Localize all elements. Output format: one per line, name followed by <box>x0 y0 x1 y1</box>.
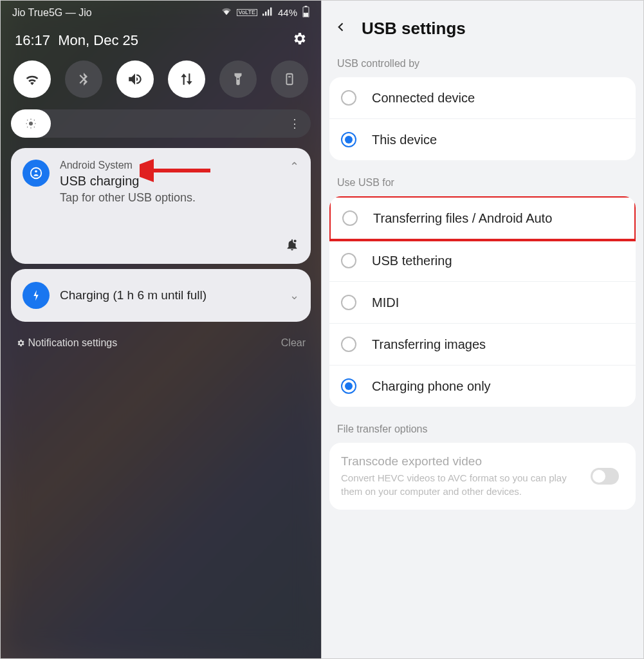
radio-label: Transferring images <box>372 337 624 352</box>
expand-chevron-icon[interactable]: ⌄ <box>290 288 299 302</box>
charging-notification-icon <box>23 282 50 309</box>
radio-icon <box>341 90 356 106</box>
signal-icon <box>262 7 273 18</box>
brightness-handle[interactable] <box>11 109 51 138</box>
notification-settings-link[interactable]: Notification settings <box>16 337 117 349</box>
svg-rect-3 <box>270 8 271 16</box>
notification-charging[interactable]: Charging (1 h 6 m until full) ⌄ <box>11 269 311 322</box>
brightness-menu-icon[interactable]: ⋮ <box>289 116 300 131</box>
radio-this-device[interactable]: This device <box>329 119 636 160</box>
svg-rect-2 <box>268 10 269 16</box>
settings-gear-icon[interactable] <box>291 31 307 50</box>
qs-data-button[interactable] <box>168 60 205 98</box>
battery-text: 44% <box>278 7 297 18</box>
svg-point-8 <box>29 122 33 125</box>
radio-icon <box>342 210 358 226</box>
transcode-toggle[interactable] <box>591 468 619 485</box>
brightness-slider[interactable]: ⋮ <box>11 109 311 138</box>
svg-rect-6 <box>304 13 308 17</box>
qs-bluetooth-button[interactable] <box>65 60 102 98</box>
annotation-arrow <box>140 158 217 183</box>
wifi-status-icon <box>221 7 232 18</box>
radio-label: Connected device <box>372 91 624 106</box>
radio-icon <box>341 337 356 352</box>
radio-label: MIDI <box>372 295 624 310</box>
radio-label: This device <box>372 133 624 147</box>
radio-label: USB tethering <box>372 254 624 268</box>
transcode-description: Convert HEVC videos to AVC format so you… <box>341 471 624 498</box>
radio-charging-only[interactable]: Charging phone only <box>329 366 636 407</box>
radio-label: Transferring files / Android Auto <box>373 211 623 226</box>
transcode-option: Transcode exported video Convert HEVC vi… <box>329 443 636 510</box>
transcode-title: Transcode exported video <box>341 454 624 469</box>
usb-settings-screen: USB settings USB controlled by Connected… <box>322 0 644 659</box>
bell-icon[interactable] <box>285 237 299 255</box>
charging-title: Charging (1 h 6 m until full) <box>60 288 279 302</box>
radio-transferring-files[interactable]: Transferring files / Android Auto <box>329 196 636 241</box>
qs-flashlight-button[interactable] <box>219 60 257 98</box>
notification-shade-screenshot: Jio True5G — Jio VoLTE 44% 16:17 Mon, De… <box>0 0 322 659</box>
clear-button[interactable]: Clear <box>281 337 306 349</box>
svg-rect-7 <box>286 74 292 85</box>
svg-point-11 <box>293 239 297 243</box>
page-title: USB settings <box>362 19 466 39</box>
radio-icon <box>341 132 356 147</box>
notification-subtitle: Tap for other USB options. <box>60 191 279 205</box>
status-bar: Jio True5G — Jio VoLTE 44% <box>1 1 321 22</box>
shade-datetime: 16:17 Mon, Dec 25 <box>15 32 138 49</box>
section-use-usb-for: Use USB for <box>322 171 643 192</box>
svg-rect-1 <box>265 12 266 15</box>
svg-point-9 <box>31 168 42 179</box>
svg-point-10 <box>35 170 37 172</box>
radio-icon <box>341 378 356 394</box>
quick-settings-row <box>1 57 321 107</box>
radio-label: Charging phone only <box>372 379 624 394</box>
qs-sound-button[interactable] <box>116 60 154 98</box>
qs-rotation-button[interactable] <box>271 60 308 98</box>
battery-icon <box>302 6 309 19</box>
collapse-chevron-icon[interactable]: ⌃ <box>290 160 299 174</box>
volte-icon: VoLTE <box>237 9 257 16</box>
svg-rect-0 <box>262 14 264 15</box>
radio-connected-device[interactable]: Connected device <box>329 77 636 119</box>
radio-icon <box>341 295 356 310</box>
radio-transferring-images[interactable]: Transferring images <box>329 324 636 366</box>
radio-icon <box>341 253 356 268</box>
qs-wifi-button[interactable] <box>14 60 51 98</box>
back-button[interactable] <box>335 21 347 37</box>
usb-notification-icon <box>23 160 50 187</box>
radio-midi[interactable]: MIDI <box>329 282 636 324</box>
section-file-transfer: File transfer options <box>322 417 643 439</box>
section-usb-controlled: USB controlled by <box>322 51 643 73</box>
radio-usb-tethering[interactable]: USB tethering <box>329 240 636 282</box>
carrier-text: Jio True5G — Jio <box>12 7 92 19</box>
